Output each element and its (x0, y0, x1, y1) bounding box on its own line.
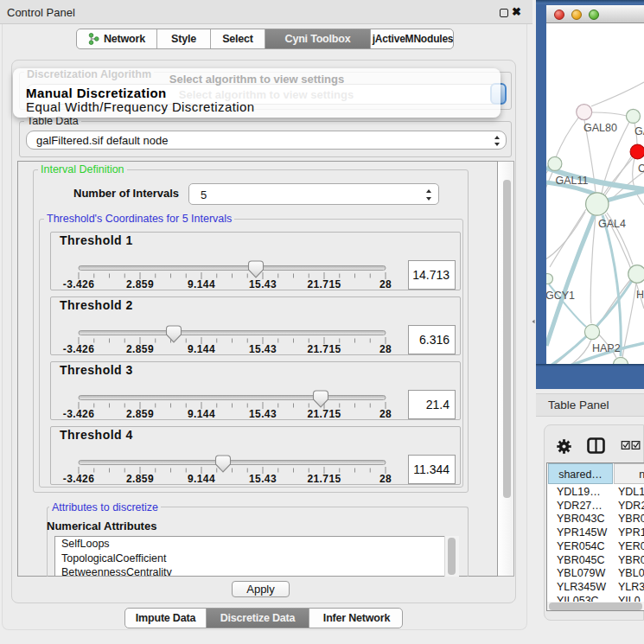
svg-text:GA: GA (634, 125, 644, 137)
svg-text:HAP2: HAP2 (592, 342, 621, 354)
svg-text:GAL4: GAL4 (598, 218, 626, 230)
svg-text:GAL11: GAL11 (556, 175, 589, 187)
svg-text:H: H (636, 289, 644, 301)
svg-text:GCY1: GCY1 (546, 290, 575, 302)
svg-text:GAL80: GAL80 (583, 122, 617, 134)
svg-text:C: C (638, 163, 644, 175)
